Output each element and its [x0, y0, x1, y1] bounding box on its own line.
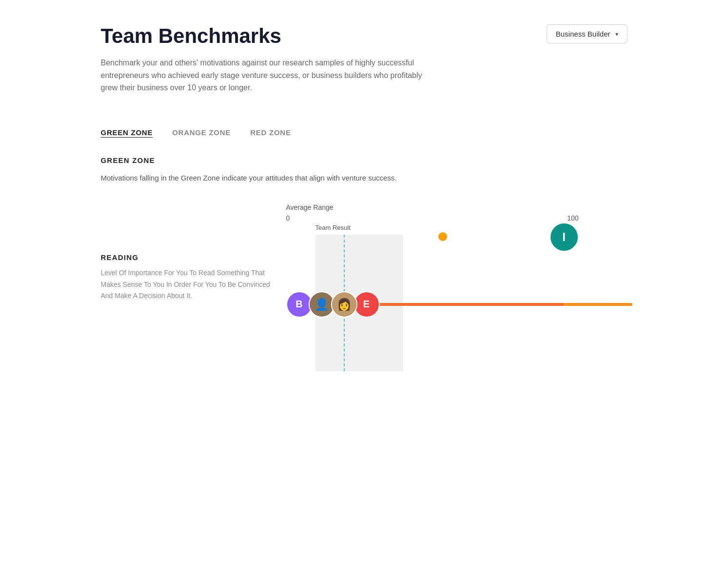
face-icon-1: 👤	[310, 292, 334, 317]
team-result-label: Team Result	[315, 224, 351, 231]
chart-row: READING Level Of Importance For You To R…	[101, 224, 628, 302]
orange-dot-indicator	[438, 232, 447, 241]
reading-label-column: READING Level Of Importance For You To R…	[101, 224, 286, 302]
axis-labels: 0 100	[286, 214, 579, 222]
green-zone-description: Motivations falling in the Green Zone in…	[101, 172, 628, 184]
reading-description: Level Of Importance For You To Read Some…	[101, 267, 272, 302]
reading-title: READING	[101, 253, 272, 261]
avatar-e: E	[354, 291, 380, 318]
tab-red-zone[interactable]: RED ZONE	[250, 128, 291, 137]
green-zone-title: GREEN ZONE	[101, 156, 628, 164]
dropdown-label: Business Builder	[556, 30, 610, 38]
axis-max: 100	[567, 214, 578, 222]
avatar-photo-2: 👩	[331, 291, 357, 318]
avatar-row: B 👤 👩 E	[286, 291, 376, 318]
face-icon-2: 👩	[332, 292, 356, 317]
tab-orange-zone[interactable]: ORANGE ZONE	[172, 128, 231, 137]
avatar-i: I	[550, 222, 579, 252]
benchmark-type-dropdown[interactable]: Business Builder ▾	[547, 24, 628, 43]
chevron-down-icon: ▾	[615, 31, 618, 38]
axis-min: 0	[286, 214, 290, 222]
tab-green-zone[interactable]: GREEN ZONE	[101, 128, 153, 137]
chart-area: Average Range 0 100 READING Level Of Imp…	[101, 203, 628, 302]
zone-tabs: GREEN ZONE ORANGE ZONE RED ZONE	[101, 128, 628, 137]
page-title: Team Benchmarks	[101, 24, 433, 48]
page-description: Benchmark your and others' motivations a…	[101, 57, 433, 94]
average-range-label: Average Range	[286, 203, 334, 211]
green-zone-section: GREEN ZONE Motivations falling in the Gr…	[101, 156, 628, 302]
